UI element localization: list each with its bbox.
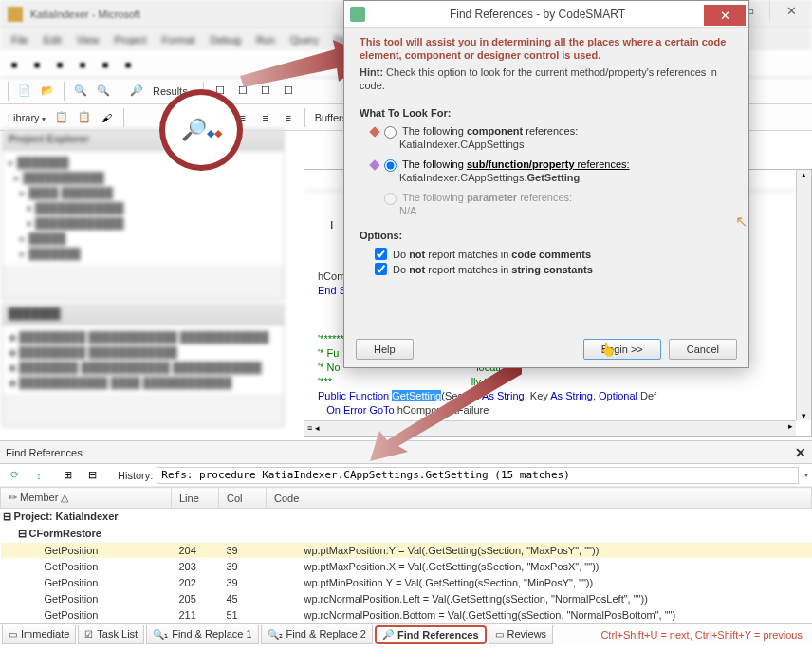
code-selection: GetSetting [392,390,441,401]
tb-open-icon[interactable]: 📂 [37,81,58,102]
dialog-intro: This tool will assist you in determining… [344,28,748,65]
history-dropdown-icon[interactable]: ▾ [804,471,808,479]
panel-title: Find References [6,447,83,458]
checkbox-skip-strings[interactable] [375,263,387,275]
reviews-icon: ▭ [495,629,504,640]
toolbar-button[interactable]: ■ [49,54,70,75]
binoculars-icon[interactable]: 🔍 [93,81,114,102]
class-row[interactable]: ⊟ CFormRestore [1,526,812,543]
option-skip-comments[interactable]: Do not report matches in code comments [344,245,748,260]
code-keyword: As String [550,390,593,401]
option-label: Do not report matches in string constant… [393,264,593,275]
brush-icon[interactable]: 🖌 [97,107,118,128]
find-references-toolbar: ⟳ ↕ ⊞ ⊟ History: ▾ [0,464,812,487]
code-text: Def [637,390,656,401]
find-references-panel: Find References ✕ ⟳ ↕ ⊞ ⊟ History: ▾ ✏ M… [0,440,812,630]
binoculars-icon[interactable]: 🔍 [70,81,91,102]
begin-button[interactable]: Begin >>👆 [583,339,661,360]
help-button[interactable]: Help [356,339,414,360]
tb-new-icon[interactable]: 📄 [14,81,35,102]
code-text: , Key [525,390,551,401]
code-text: (Section [441,390,482,401]
tb-button[interactable]: ≡ [255,107,276,128]
col-col[interactable]: Col [219,488,267,509]
dialog-app-icon [350,7,365,22]
checkbox-skip-comments[interactable] [375,248,387,260]
code-comment: '* Fu [318,347,339,359]
dialog-hint: Hint: Check this option to look for the … [344,65,748,100]
dialog-close-button[interactable]: ✕ [704,5,746,26]
find-references-table[interactable]: ✏ Member △ Line Col Code ⊟ Project: Kati… [0,487,812,623]
radio-subfunction-references[interactable]: The following sub/function/property refe… [344,156,748,172]
option-skip-strings[interactable]: Do not report matches in string constant… [344,260,748,275]
panel-close-button[interactable]: ✕ [795,445,806,460]
library-dropdown[interactable]: Library▾ [4,112,49,123]
tb-button[interactable]: ≡ [278,107,299,128]
tab-find-replace-2[interactable]: 🔍₂Find & Replace 2 [261,625,373,644]
mouse-cursor-icon: ↖ [735,213,747,231]
sync-icon[interactable]: ↕ [28,465,49,486]
vs-close-button[interactable]: ✕ [769,0,812,21]
binoculars-icon: 🔍₂ [268,629,283,640]
dialog-titlebar[interactable]: Find References - by CodeSMART ✕ [344,1,748,28]
radio-subfunction[interactable] [384,159,397,172]
radio-label: The following parameter references: [402,192,572,203]
expand-icon[interactable]: ⊞ [57,465,78,486]
code-keyword: Public Function [318,390,392,401]
tb-button[interactable]: 📋 [51,107,72,128]
tab-reviews[interactable]: ▭Reviews [489,625,554,644]
immediate-icon: ▭ [9,629,17,640]
radio-component[interactable] [384,126,397,139]
horizontal-scrollbar[interactable]: ≡ ◂ ▸ [304,420,796,436]
code-fragment: End S [318,285,346,296]
find-references-titlebar[interactable]: Find References ✕ [0,441,812,464]
project-explorer-tree[interactable]: ▸ ███████ ▸ ███████████ ▸ ████ ███████ ●… [3,151,284,265]
toolbar-button[interactable]: ■ [4,54,25,75]
left-dock: Project Explorer ▸ ███████ ▸ ███████████… [2,129,285,437]
tab-immediate[interactable]: ▭Immediate [2,625,76,644]
tab-find-replace-1[interactable]: 🔍₁Find & Replace 1 [146,625,258,644]
vertical-scrollbar[interactable]: ▴ ▾ [796,170,811,420]
tab-find-references[interactable]: 🔎Find References [375,625,487,644]
result-row[interactable]: GetPosition20545wp.rcNormalPosition.Left… [1,591,812,607]
vs-app-icon [8,7,23,22]
radio-component-detail: KatiaIndexer.CAppSettings [344,139,748,156]
radio-parameter-detail: N/A [344,205,748,222]
radio-parameter [384,193,397,205]
col-member[interactable]: ✏ Member △ [1,488,172,509]
callout-find-references-toolbar: 🔎◆◆ [159,89,243,171]
vs-title: KatiaIndexer - Microsoft [30,9,140,20]
diamond-purple-icon [369,159,379,170]
result-row[interactable]: GetPosition20339wp.ptMaxPosition.X = Val… [1,559,812,575]
cancel-button[interactable]: Cancel [669,339,737,360]
option-label: Do not report matches in code comments [393,249,591,260]
refresh-icon[interactable]: ⟳ [4,465,25,486]
code-keyword: As String [482,390,525,401]
toolbar-button[interactable]: ■ [72,54,93,75]
result-row[interactable]: GetPosition20239wp.ptMinPosition.Y = Val… [1,575,812,591]
radio-subfunction-detail: KatiaIndexer.CAppSettings.GetSetting [344,172,748,189]
history-label: History: [118,470,153,481]
tb-button[interactable]: 📋 [74,107,95,128]
code-text: hComponentFailure [397,404,489,416]
toolbar-button[interactable]: ■ [27,54,47,75]
result-row[interactable]: GetPosition20439wp.ptMaxPosition.Y = Val… [1,543,812,559]
dialog-title: Find References - by CodeSMART [371,8,704,21]
code-fragment: hCom [318,270,345,282]
toolbar-button[interactable]: ■ [118,54,138,75]
history-combobox[interactable] [157,467,799,484]
binoculars-icon: 🔍₁ [153,629,168,640]
find-references-icon[interactable]: 🔎 [126,81,147,102]
members-list[interactable]: ◆ █████████ ████████████ ████████████◆ █… [3,326,284,394]
radio-component-references[interactable]: The following component references: [344,122,748,139]
options-label: Options: [344,222,748,245]
project-row[interactable]: ⊟ Project: KatiaIndexer [1,509,812,526]
tab-task-list[interactable]: ☑Task List [78,625,144,644]
radio-label: The following component references: [402,125,578,137]
dialog-button-bar: Help Begin >>👆 Cancel [356,339,737,360]
col-line[interactable]: Line [172,488,219,509]
result-row[interactable]: GetPosition21151wp.rcNormalPosition.Bott… [1,607,812,623]
toolbar-button[interactable]: ■ [95,54,116,75]
col-code[interactable]: Code [267,488,812,509]
collapse-icon[interactable]: ⊟ [82,465,102,486]
